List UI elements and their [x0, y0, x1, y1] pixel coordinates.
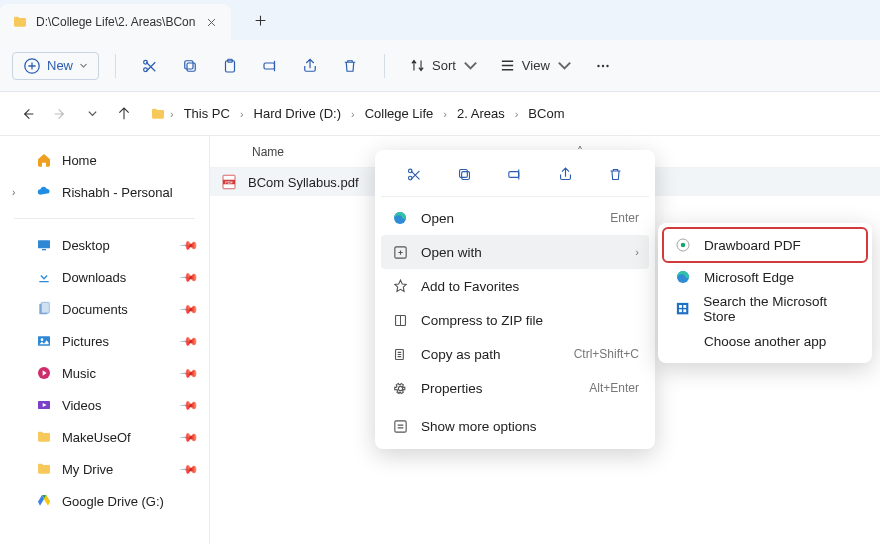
documents-icon [36, 301, 52, 317]
ctx-copy-path[interactable]: Copy as path Ctrl+Shift+C [381, 337, 649, 371]
ctx-share-button[interactable] [551, 160, 579, 188]
svg-rect-24 [462, 171, 470, 179]
sidebar-documents[interactable]: Documents📌 [0, 293, 209, 325]
submenu-choose-another[interactable]: Choose another app [664, 325, 866, 357]
edge-icon [674, 268, 692, 286]
sort-label: Sort [432, 58, 456, 73]
svg-point-2 [144, 67, 148, 71]
svg-rect-39 [679, 310, 682, 313]
crumb-this-pc[interactable]: This PC [178, 104, 236, 123]
svg-point-22 [408, 169, 412, 173]
cut-button[interactable] [132, 48, 168, 84]
svg-rect-14 [41, 302, 49, 313]
svg-point-1 [144, 60, 148, 64]
chevron-down-icon [556, 57, 573, 74]
svg-rect-7 [264, 63, 275, 69]
folder-icon [12, 14, 28, 30]
new-button[interactable]: New [12, 52, 99, 80]
copy-path-icon [391, 345, 409, 363]
sidebar-music[interactable]: Music📌 [0, 357, 209, 389]
crumb-drive[interactable]: Hard Drive (D:) [248, 104, 347, 123]
ctx-cut-button[interactable] [400, 160, 428, 188]
folder-icon [150, 106, 166, 122]
pin-icon: 📌 [179, 299, 200, 320]
svg-point-31 [398, 386, 402, 390]
up-button[interactable] [110, 100, 138, 128]
svg-rect-12 [42, 249, 46, 250]
copy-button[interactable] [172, 48, 208, 84]
ctx-compress-zip[interactable]: Compress to ZIP file [381, 303, 649, 337]
ctx-copy-button[interactable] [451, 160, 479, 188]
svg-rect-32 [394, 420, 405, 431]
pin-icon: 📌 [179, 459, 200, 480]
svg-point-34 [681, 243, 686, 248]
tab-title: D:\College Life\2. Areas\BCon [36, 15, 195, 29]
sidebar-mydrive[interactable]: My Drive📌 [0, 453, 209, 485]
svg-rect-38 [683, 305, 686, 308]
view-label: View [522, 58, 550, 73]
svg-point-16 [41, 338, 44, 341]
tab-bar: D:\College Life\2. Areas\BCon [0, 0, 880, 40]
share-button[interactable] [292, 48, 328, 84]
folder-icon [36, 429, 52, 445]
back-button[interactable] [14, 100, 42, 128]
forward-button[interactable] [46, 100, 74, 128]
file-name: BCom Syllabus.pdf [248, 175, 359, 190]
ctx-delete-button[interactable] [602, 160, 630, 188]
sidebar-gdrive[interactable]: Google Drive (G:) [0, 485, 209, 517]
ctx-open[interactable]: Open Enter [381, 201, 649, 235]
more-button[interactable] [585, 48, 621, 84]
pin-icon: 📌 [179, 395, 200, 416]
star-icon [391, 277, 409, 295]
svg-point-8 [597, 64, 599, 66]
recent-chevron[interactable] [78, 100, 106, 128]
rename-button[interactable] [252, 48, 288, 84]
folder-icon [36, 461, 52, 477]
ctx-favorites[interactable]: Add to Favorites [381, 269, 649, 303]
sidebar-videos[interactable]: Videos📌 [0, 389, 209, 421]
google-drive-icon [36, 493, 52, 509]
sidebar-personal[interactable]: › Rishabh - Personal [0, 176, 209, 208]
sort-button[interactable]: Sort [401, 53, 487, 78]
svg-rect-25 [460, 169, 468, 177]
crumb-areas[interactable]: 2. Areas [451, 104, 511, 123]
pin-icon: 📌 [179, 427, 200, 448]
ctx-properties[interactable]: Properties Alt+Enter [381, 371, 649, 405]
ctx-more-options[interactable]: Show more options [381, 409, 649, 443]
pictures-icon [36, 333, 52, 349]
home-icon [36, 152, 52, 168]
new-label: New [47, 58, 73, 73]
submenu-drawboard[interactable]: Drawboard PDF [664, 229, 866, 261]
active-tab[interactable]: D:\College Life\2. Areas\BCon [0, 4, 231, 40]
sidebar-pictures[interactable]: Pictures📌 [0, 325, 209, 357]
sidebar-makeuseof[interactable]: MakeUseOf📌 [0, 421, 209, 453]
chevron-right-icon: › [635, 246, 639, 258]
sidebar-desktop[interactable]: Desktop📌 [0, 229, 209, 261]
view-button[interactable]: View [491, 53, 581, 78]
edge-icon [391, 209, 409, 227]
breadcrumb: › This PC› Hard Drive (D:)› College Life… [150, 104, 570, 123]
properties-icon [391, 379, 409, 397]
svg-rect-36 [677, 303, 688, 314]
chevron-down-icon [462, 57, 479, 74]
ctx-rename-button[interactable] [501, 160, 529, 188]
sidebar-home[interactable]: Home [0, 144, 209, 176]
videos-icon [36, 397, 52, 413]
onedrive-icon [36, 184, 52, 200]
close-tab-button[interactable] [203, 14, 219, 30]
crumb-college[interactable]: College Life [359, 104, 440, 123]
paste-button[interactable] [212, 48, 248, 84]
svg-text:PDF: PDF [225, 181, 233, 185]
submenu-search-store[interactable]: Search the Microsoft Store [664, 293, 866, 325]
crumb-bcom[interactable]: BCom [522, 104, 570, 123]
delete-button[interactable] [332, 48, 368, 84]
sidebar-downloads[interactable]: Downloads📌 [0, 261, 209, 293]
svg-point-23 [408, 176, 412, 180]
new-tab-button[interactable] [243, 3, 277, 37]
submenu-edge[interactable]: Microsoft Edge [664, 261, 866, 293]
desktop-icon [36, 237, 52, 253]
more-options-icon [391, 417, 409, 435]
svg-rect-26 [509, 171, 519, 177]
ctx-open-with[interactable]: Open with › [381, 235, 649, 269]
open-with-submenu: Drawboard PDF Microsoft Edge Search the … [658, 223, 872, 363]
